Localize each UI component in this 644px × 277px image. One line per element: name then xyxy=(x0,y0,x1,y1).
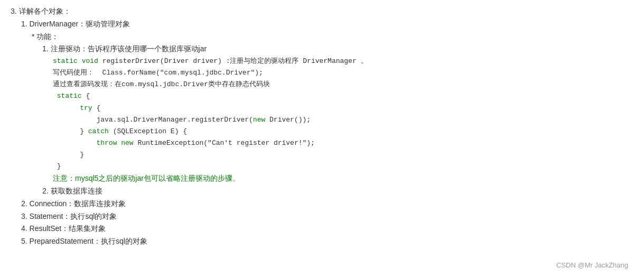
line-item: 1. 注册驱动：告诉程序该使用哪一个数据库驱动jar xyxy=(11,43,633,56)
line-item: * 功能： xyxy=(11,31,633,43)
lines-container: 3. 详解各个对象：1. DriverManager：驱动管理对象* 功能：1.… xyxy=(11,5,633,248)
line-item: static void registerDriver(Driver driver… xyxy=(11,56,633,67)
line-item: 2. Connection：数据库连接对象 xyxy=(11,198,633,210)
content-wrapper: 3. 详解各个对象：1. DriverManager：驱动管理对象* 功能：1.… xyxy=(11,5,633,272)
line-item: } xyxy=(11,149,633,161)
line-item: } xyxy=(11,161,633,172)
line-item: throw new RuntimeException("Can't regist… xyxy=(11,137,633,149)
line-item: try { xyxy=(11,103,633,114)
line-item: 写代码使用： Class.forName("com.mysql.jdbc.Dri… xyxy=(11,67,633,79)
line-item: 3. Statement：执行sql的对象 xyxy=(11,210,633,223)
line-item: static { xyxy=(11,90,633,102)
line-item: 4. ResultSet：结果集对象 xyxy=(11,223,633,235)
line-item: 2. 获取数据库连接 xyxy=(11,185,633,198)
line-item: 通过查看源码发现：在com.mysql.jdbc.Driver类中存在静态代码块 xyxy=(11,79,633,90)
line-item: } catch (SQLException E) { xyxy=(11,126,633,137)
line-item: 3. 详解各个对象： xyxy=(11,5,633,18)
line-item: java.sql.DriverManager.registerDriver(ne… xyxy=(11,114,633,126)
line-item: 5. PreparedStatement：执行sql的对象 xyxy=(11,235,633,248)
line-item: 1. DriverManager：驱动管理对象 xyxy=(11,18,633,31)
watermark: CSDN @Mr JackZhang xyxy=(556,261,628,269)
line-item: 注意：mysql5之后的驱动jar包可以省略注册驱动的步骤。 xyxy=(11,172,633,185)
